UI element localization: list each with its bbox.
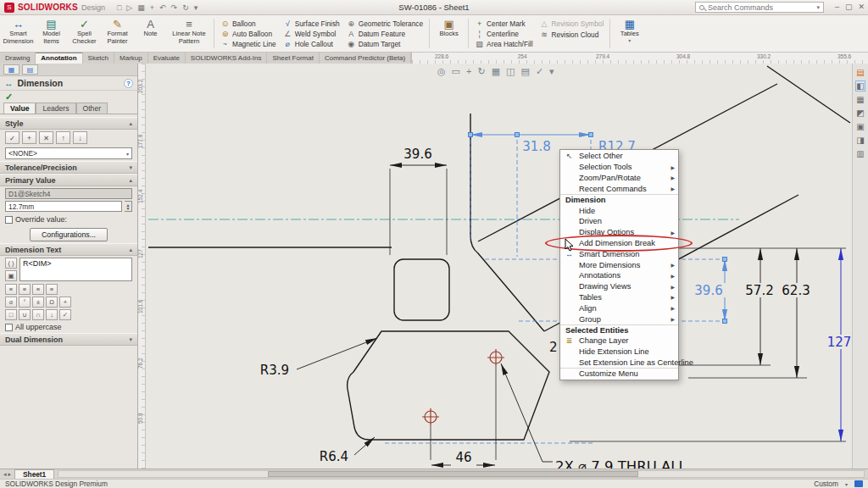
menu-item-hide[interactable]: Hide (560, 205, 678, 216)
degree-symbol-button[interactable]: ° (19, 297, 31, 308)
rotate-view-icon[interactable]: ↻ (477, 66, 485, 77)
tab-evaluate[interactable]: Evaluate (148, 53, 186, 64)
search-dropdown-icon[interactable]: ▾ (816, 4, 820, 11)
leader-r6-4[interactable] (354, 437, 375, 455)
next-sheet-icon[interactable]: ▸ (8, 471, 12, 478)
3d-interconnect-icon[interactable] (854, 480, 863, 487)
format-painter-button[interactable]: ✎ Format Painter (101, 16, 134, 51)
style-dropdown[interactable]: <NONE> ▾ (5, 147, 132, 159)
zoom-area-icon[interactable]: ▭ (452, 66, 460, 77)
tables-button[interactable]: ▦ Tables ▾ (613, 16, 646, 51)
print-icon[interactable]: + (150, 3, 154, 12)
weld-symbol-button[interactable]: ∠Weld Symbol (283, 29, 340, 38)
menu-item-zoom-pan-rotate[interactable]: Zoom/Pan/Rotate▶ (560, 173, 678, 184)
menu-item-selection-tools[interactable]: Selection Tools▶ (560, 162, 678, 173)
scrollbar-thumb[interactable] (268, 471, 638, 477)
style-save-button[interactable]: ↑ (56, 131, 70, 144)
note-button[interactable]: A Note (134, 16, 167, 51)
more-symbols-button[interactable]: Ω (46, 297, 58, 308)
dimension-text-127[interactable]: 127 (827, 335, 852, 350)
task-pane-icon[interactable]: ◧ (856, 81, 864, 91)
dimension-grip[interactable] (469, 133, 473, 137)
dimension-grip[interactable] (723, 319, 727, 324)
center-dimension-text-button[interactable]: ▣ (5, 270, 17, 281)
file-explorer-icon[interactable]: ◨ (856, 136, 864, 145)
tab-sketch[interactable]: Sketch (83, 53, 114, 64)
horizontal-scrollbar[interactable] (58, 470, 865, 478)
blocks-button[interactable]: ▣ Blocks (432, 16, 465, 51)
dimension-text-57-2[interactable]: 57.2 (745, 283, 773, 298)
smart-dimension-button[interactable]: ↔ Smart Dimension (2, 16, 35, 51)
menu-item-tables[interactable]: Tables▶ (560, 292, 678, 303)
dimension-text-r3-9[interactable]: R3.9 (260, 363, 289, 378)
dimension-text-62-3[interactable]: 62.3 (782, 283, 810, 298)
tab-markup[interactable]: Markup (114, 53, 148, 64)
geometric-tolerance-button[interactable]: ⊕Geometric Tolerance (347, 19, 423, 28)
dual-dimension-section-header[interactable]: Dual Dimension ▾ (0, 333, 137, 346)
dimension-text-31-8[interactable]: 31.8 (522, 139, 550, 154)
dimension-grip[interactable] (723, 258, 727, 262)
sheet-tab-sheet1[interactable]: Sheet1 (14, 469, 54, 479)
dimension-grip[interactable] (515, 133, 520, 137)
all-uppercase-checkbox[interactable] (5, 324, 13, 331)
hide-show-items-icon[interactable]: ▤ (520, 66, 529, 77)
menu-item-align[interactable]: Align▶ (560, 302, 678, 313)
menu-item-driven[interactable]: Driven (560, 216, 678, 227)
redo-icon[interactable]: ↷ (171, 3, 178, 12)
tables-dropdown-icon[interactable]: ▾ (628, 38, 631, 44)
add-parenthesis-button[interactable]: ( ) (5, 258, 17, 269)
previous-sheet-icon[interactable]: ◂ (3, 471, 7, 478)
hole-callout-button[interactable]: ⌀Hole Callout (283, 39, 340, 48)
ok-check-icon[interactable]: ✓ (0, 91, 137, 103)
square-symbol-button[interactable]: □ (5, 309, 17, 320)
style-section-header[interactable]: Style ▴ (0, 117, 137, 130)
menu-item-group[interactable]: Group▶ (560, 313, 678, 324)
tab-leaders[interactable]: Leaders (36, 103, 75, 114)
style-add-button[interactable]: + (22, 131, 36, 144)
tab-solidworks-add-ins[interactable]: SOLIDWORKS Add-Ins (186, 53, 268, 64)
model-items-button[interactable]: ▤ Model Items (35, 16, 68, 51)
magnetic-line-button[interactable]: ~Magnetic Line (220, 39, 276, 48)
primary-value-section-header[interactable]: Primary Value ▴ (0, 174, 137, 186)
menu-item-smart-dimension[interactable]: ↔Smart Dimension (560, 248, 678, 259)
justify-center-button[interactable]: ≡ (19, 284, 31, 295)
dimension-text-section-header[interactable]: Dimension Text ▴ (0, 243, 137, 256)
tab-other[interactable]: Other (76, 103, 108, 114)
surface-finish-button[interactable]: √Surface Finish (283, 19, 340, 28)
menu-item-select-other[interactable]: ↖Select Other (560, 151, 678, 162)
diameter-symbol-button[interactable]: ⌀ (5, 297, 17, 308)
minimize-icon[interactable]: – (835, 3, 839, 11)
search-commands-box[interactable]: ▾ (695, 2, 824, 13)
chord-length-button[interactable]: ∩ (32, 309, 44, 320)
inspection-dimension-button[interactable]: ↓ (46, 309, 58, 320)
display-style-icon[interactable]: ◫ (506, 66, 515, 77)
rebuild-icon[interactable]: ↻ (182, 3, 189, 12)
justify-top-button[interactable]: ≡ (46, 284, 58, 295)
undo-icon[interactable]: ↶ (159, 3, 166, 12)
menu-item-customize-menu[interactable]: Customize Menu (560, 368, 678, 379)
plus-minus-symbol-button[interactable]: ± (32, 297, 44, 308)
more-format-button[interactable]: ✓ (59, 309, 71, 320)
tab-sheet-format[interactable]: Sheet Format (267, 53, 319, 64)
menu-item-recent-commands[interactable]: Recent Commands▶ (560, 183, 678, 194)
open-icon[interactable]: ▷ (126, 3, 132, 12)
tab-drawing[interactable]: Drawing (0, 53, 36, 64)
arc-length-button[interactable]: ∪ (19, 309, 31, 320)
dimension-text-hole-note[interactable]: 2X ⌀ 7.9 THRU ALL (555, 458, 687, 469)
tab-command-predictor[interactable]: Command Predictor (Beta) (320, 53, 411, 64)
toolbar-more-icon[interactable]: ▾ (549, 66, 554, 77)
datum-target-button[interactable]: ◉Datum Target (347, 39, 423, 48)
linear-note-pattern-button[interactable]: ≡ Linear Note Pattern (167, 16, 211, 51)
tolerance-precision-section-header[interactable]: Tolerance/Precision ▾ (0, 161, 137, 174)
custom-properties-icon[interactable]: ◩ (856, 108, 864, 118)
leader-hole-note[interactable] (501, 363, 553, 462)
dimension-text-39-6-right[interactable]: 39.6 (694, 283, 722, 298)
help-icon[interactable]: ? (124, 79, 133, 88)
close-icon[interactable]: ✕ (858, 3, 865, 11)
style-delete-button[interactable]: ✕ (39, 131, 53, 144)
search-input[interactable] (708, 3, 813, 12)
override-value-checkbox[interactable] (5, 216, 13, 224)
menu-item-change-layer[interactable]: ≣Change Layer (560, 336, 678, 347)
rounded-square-cutout[interactable] (394, 259, 449, 320)
dimension-text-input[interactable]: R<DIM> (19, 258, 132, 281)
